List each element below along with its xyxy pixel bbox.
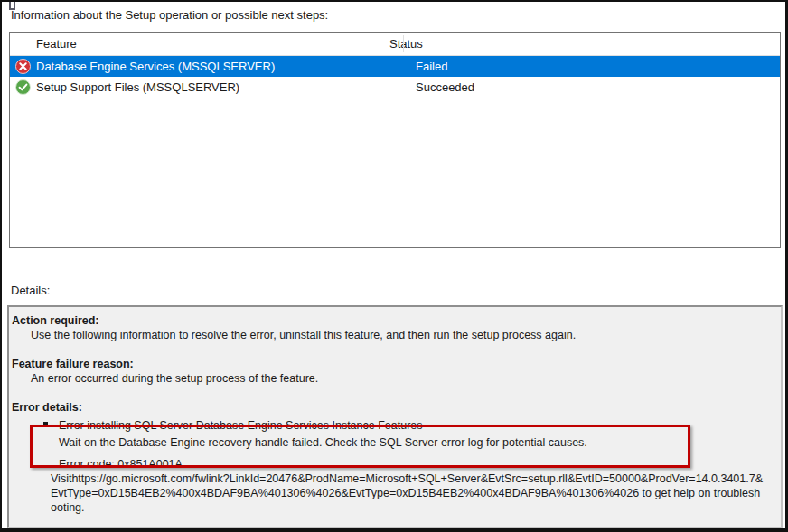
table-header: Feature Status — [10, 33, 780, 56]
error-details-heading: Error details: — [12, 400, 781, 415]
action-required-body: Use the following information to resolve… — [31, 328, 781, 342]
column-header-status[interactable]: Status — [377, 37, 423, 51]
row-icon-cell — [10, 59, 36, 74]
table-row[interactable]: Setup Support Files (MSSQLSERVER) Succee… — [10, 77, 780, 98]
action-required-heading: Action required: — [12, 313, 781, 328]
feature-status: Succeeded — [403, 80, 474, 94]
feature-failure-reason-heading: Feature failure reason: — [12, 357, 781, 371]
column-separator — [403, 35, 404, 52]
troubleshooting-link-text[interactable]: Visithttps://go.microsoft.com/fwlink?Lin… — [51, 471, 765, 515]
error-detail-line-2: Wait on the Database Engine recovery han… — [59, 434, 587, 452]
table-row[interactable]: Database Engine Services (MSSQLSERVER) F… — [10, 56, 780, 77]
feature-status: Failed — [403, 60, 447, 73]
details-label: Details: — [11, 284, 50, 297]
error-code: Error code: 0x851A001A — [59, 457, 781, 471]
feature-name: Database Engine Services (MSSQLSERVER) — [36, 60, 403, 73]
setup-result-window: Information about the Setup operation or… — [0, 0, 788, 532]
feature-name: Setup Support Files (MSSQLSERVER) — [36, 80, 403, 94]
details-panel[interactable]: Action required: Use the following infor… — [7, 305, 783, 528]
info-label: Information about the Setup operation or… — [11, 8, 328, 22]
error-details-bullet-item: Error installing SQL Server Database Eng… — [43, 417, 781, 452]
error-icon — [15, 59, 31, 74]
column-header-feature[interactable]: Feature — [10, 37, 377, 51]
error-detail-line-1: Error installing SQL Server Database Eng… — [59, 417, 587, 434]
feature-failure-reason-body: An error occurred during the setup proce… — [31, 371, 781, 386]
feature-status-table[interactable]: Feature Status Database Engine Services … — [9, 32, 781, 248]
row-icon-cell — [10, 79, 36, 95]
success-icon — [15, 79, 31, 95]
bullet-icon — [43, 422, 48, 426]
